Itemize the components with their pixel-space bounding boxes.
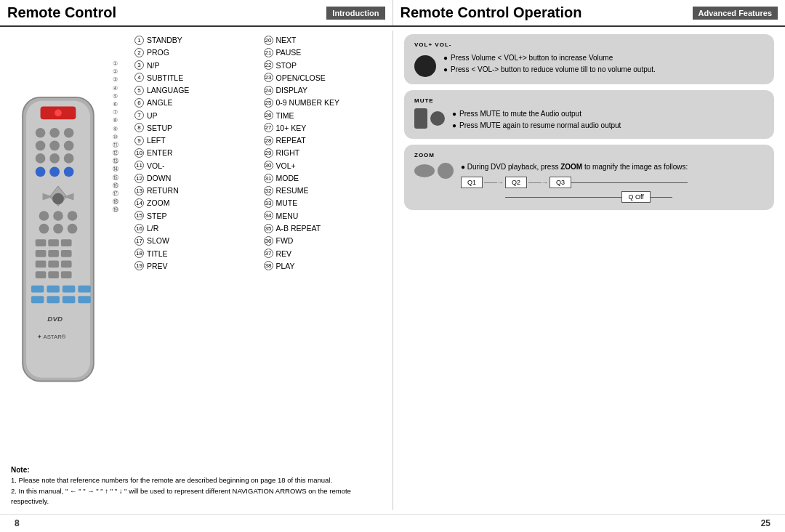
btn-label: TIME: [276, 110, 294, 121]
svg-point-11: [49, 153, 60, 164]
btn-num: 21: [264, 48, 273, 57]
mute-icon-rect: [414, 108, 427, 129]
btn-label: PLAY: [276, 260, 295, 272]
btn-label: SUBTITLE: [147, 72, 183, 84]
q3-box: Q3: [550, 177, 571, 188]
mute-icon-circle: [430, 111, 445, 126]
btn-num: 20: [264, 36, 273, 45]
btn-num: 33: [264, 198, 273, 208]
svg-point-12: [64, 153, 74, 164]
button-item: 16L/R: [134, 222, 253, 234]
btn-num: 4: [134, 73, 144, 82]
zoom-line-bottom: [505, 197, 621, 198]
zoom-info-box: ZOOM ● During DVD playback, press ZOOM t…: [404, 145, 774, 210]
zoom-text: ● During DVD playback, press ZOOM to mag…: [461, 163, 688, 171]
button-item: 37REV: [264, 248, 382, 259]
button-item: 30VOL+: [264, 160, 382, 172]
btn-label: MUTE: [276, 197, 298, 209]
button-item: 18TITLE: [134, 248, 253, 259]
svg-point-22: [68, 211, 78, 221]
button-item: 17SLOW: [134, 235, 253, 246]
qoff-box: Q Off: [621, 191, 650, 203]
svg-point-15: [64, 167, 74, 177]
zoom-diagram: Q1 ——→ Q2 ——→ Q3 Q Off: [461, 177, 688, 203]
svg-point-6: [64, 128, 74, 138]
svg-rect-42: [31, 296, 44, 303]
svg-point-23: [39, 224, 49, 234]
left-badge: Introduction: [326, 7, 385, 20]
button-item: 5LANGUAGE: [134, 84, 253, 96]
btn-num: 18: [134, 249, 144, 258]
zoom-content: ● During DVD playback, press ZOOM to mag…: [414, 163, 764, 203]
btn-label: REV: [276, 248, 292, 259]
svg-rect-40: [63, 286, 76, 293]
page-right: 25: [761, 518, 770, 528]
button-item: 3N/P: [134, 60, 253, 71]
button-item: 24DISPLAY: [264, 84, 382, 96]
button-item: 1STANDBY: [134, 34, 253, 46]
vol-icon: [414, 55, 436, 77]
mute-icon-area: [414, 108, 445, 129]
svg-rect-41: [78, 286, 91, 293]
btn-label: UP: [147, 110, 158, 121]
btn-num: 30: [264, 161, 273, 170]
note-item: 1. Please note that reference numbers fo…: [11, 475, 382, 485]
btn-label: L/R: [147, 222, 158, 234]
btn-label: N/P: [147, 60, 160, 71]
btn-num: 3: [134, 60, 144, 70]
svg-point-24: [53, 224, 63, 234]
svg-point-14: [49, 167, 60, 177]
btn-num: 16: [134, 224, 144, 233]
btn-label: PREV: [147, 260, 168, 272]
svg-rect-30: [48, 250, 59, 257]
btn-label: SLOW: [147, 235, 169, 246]
btn-num: 13: [134, 186, 144, 196]
svg-point-25: [68, 224, 78, 234]
zoom-title: ZOOM: [414, 152, 764, 158]
zoom-oval: [414, 164, 435, 177]
btn-num: 7: [134, 110, 144, 120]
svg-rect-36: [48, 271, 59, 278]
btn-label: FWD: [276, 235, 294, 246]
button-item: 34MENU: [264, 210, 382, 222]
btn-num: 22: [264, 60, 273, 70]
q1-box: Q1: [461, 177, 483, 188]
btn-label: DISPLAY: [276, 84, 308, 96]
button-item: 12DOWN: [134, 172, 253, 184]
vol-line: Press < VOL-> button to reduce volume ti…: [443, 64, 656, 76]
btn-num: 26: [264, 110, 273, 120]
button-item: 21PAUSE: [264, 47, 382, 58]
svg-rect-45: [78, 296, 91, 303]
vol-title: VOL+ VOL-: [414, 41, 764, 48]
button-item: 36FWD: [264, 235, 382, 246]
btn-label: SETUP: [147, 122, 172, 134]
btn-num: 15: [134, 211, 144, 220]
svg-point-10: [36, 153, 46, 164]
btn-label: 0-9 NUMBER KEY: [276, 97, 340, 108]
button-item: 11VOL-: [134, 160, 253, 172]
zoom-row-2: Q Off: [461, 191, 688, 203]
btn-num: 8: [134, 123, 144, 132]
btn-num: 32: [264, 186, 273, 196]
btn-num: 36: [264, 236, 273, 246]
btn-num: 24: [264, 86, 273, 95]
page-header: Remote Control Introduction Remote Contr…: [0, 0, 785, 27]
button-item: 15STEP: [134, 210, 253, 222]
btn-label: ENTER: [147, 147, 173, 158]
q2-box: Q2: [505, 177, 527, 188]
page-left: 8: [15, 518, 20, 528]
svg-rect-29: [36, 250, 47, 257]
btn-num: 28: [264, 136, 273, 145]
note-item: 2. In this manual, " ← " " → " " ↑ " " ↓…: [11, 486, 382, 507]
btn-num: 35: [264, 224, 273, 233]
svg-point-13: [36, 167, 46, 177]
zoom-icon-area: [414, 163, 454, 179]
button-item: 14ZOOM: [134, 197, 253, 209]
svg-text:DVD: DVD: [47, 315, 63, 323]
right-title: Remote Control Operation: [400, 4, 582, 21]
btn-num: 6: [134, 98, 144, 108]
btn-label: OPEN/CLOSE: [276, 72, 326, 84]
button-item: 38PLAY: [264, 260, 382, 272]
button-item: 4SUBTITLE: [134, 72, 253, 84]
button-item: 13RETURN: [134, 185, 253, 196]
